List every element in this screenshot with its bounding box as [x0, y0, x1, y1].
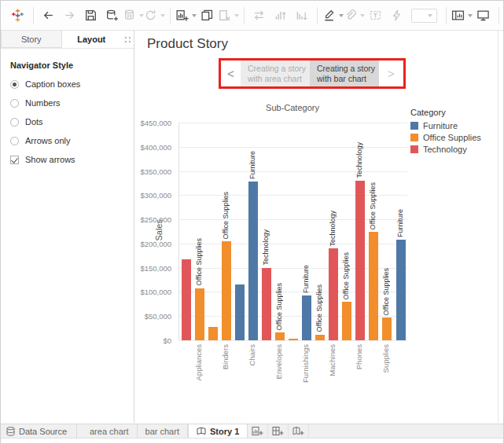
- clear-sheet-button: [219, 6, 238, 26]
- sheet-tab-bar-chart[interactable]: bar chart: [138, 424, 188, 438]
- bar-slot: Office Supplies: [193, 123, 206, 340]
- x-tick-label: Furnishings: [301, 344, 310, 383]
- next-story-point-button[interactable]: >: [379, 61, 403, 86]
- bar-slot: [179, 123, 193, 340]
- bar-mark[interactable]: [329, 248, 338, 340]
- radio-button[interactable]: [10, 137, 19, 145]
- presentation-icon: [476, 9, 490, 22]
- bar-mark[interactable]: [315, 335, 325, 340]
- sheet-tab-label: bar chart: [145, 427, 179, 436]
- bar-mark[interactable]: [369, 232, 378, 340]
- show-cards-icon: [451, 9, 465, 22]
- fit-select[interactable]: [411, 9, 438, 23]
- radio-label: Numbers: [25, 98, 61, 108]
- legend-label: Office Supplies: [423, 133, 481, 142]
- tab-layout[interactable]: Layout: [62, 31, 122, 48]
- toolbar: [1, 1, 503, 31]
- bar-label: Office Supplies: [275, 283, 283, 330]
- x-slot: [232, 342, 245, 394]
- chevron-down-icon: [234, 14, 239, 17]
- sheet-tab-story-1[interactable]: Story 1: [188, 424, 248, 438]
- story-title: Product Story: [147, 36, 228, 52]
- x-slot: Binders: [219, 342, 232, 394]
- bar-mark[interactable]: [182, 259, 191, 340]
- sheet-tab-label: area chart: [90, 427, 129, 436]
- x-slot: Phones: [353, 342, 366, 394]
- x-slot: [178, 342, 192, 394]
- swap-rows-columns-button: [249, 6, 269, 26]
- radio-label: Dots: [25, 117, 43, 127]
- bar-mark[interactable]: [195, 288, 204, 340]
- legend-item[interactable]: Office Supplies: [410, 133, 481, 142]
- x-slot: [286, 342, 300, 394]
- x-slot: Envelopes: [272, 342, 285, 394]
- radio-caption-boxes[interactable]: Caption boxes: [10, 79, 134, 89]
- freeze-axes-button: [387, 6, 407, 26]
- back-icon: [42, 9, 55, 22]
- new-story-tab-icon: [292, 426, 304, 436]
- bar-mark[interactable]: [208, 327, 218, 340]
- bar-mark[interactable]: [289, 339, 298, 340]
- bar-label: Office Supplies: [222, 192, 230, 239]
- paperclip-icon: [344, 9, 357, 22]
- show-arrows-checkbox-row[interactable]: Show arrows: [10, 155, 134, 164]
- show-hide-cards-button[interactable]: [452, 6, 472, 26]
- x-slot: [205, 342, 219, 394]
- radio-arrows-only[interactable]: Arrows only: [10, 136, 134, 145]
- pause-updates-icon: [123, 9, 136, 22]
- chart-title: Sub-Category: [234, 103, 351, 112]
- new-worksheet-tab-icon: [252, 426, 263, 436]
- undo-button[interactable]: [39, 6, 58, 26]
- bar-mark[interactable]: [396, 240, 406, 340]
- bar-mark[interactable]: [235, 284, 245, 340]
- panel-options-icon[interactable]: [121, 31, 134, 48]
- sheet-tab-area-chart[interactable]: area chart: [82, 424, 138, 438]
- statusbar: Data Source area chart bar chart Story 1: [1, 424, 503, 438]
- bar-label: Technology: [329, 211, 337, 247]
- legend-swatch: [410, 122, 418, 130]
- show-arrows-checkbox[interactable]: [10, 156, 19, 164]
- x-tick-label: Phones: [355, 344, 363, 369]
- bar-mark[interactable]: [355, 181, 365, 340]
- highlight-button[interactable]: [323, 6, 343, 26]
- legend-item[interactable]: Furniture: [410, 121, 481, 130]
- x-slot: [313, 342, 326, 394]
- bar-mark[interactable]: [275, 332, 285, 340]
- show-arrows-label: Show arrows: [25, 155, 75, 164]
- bar-mark[interactable]: [302, 295, 311, 340]
- bar-mark[interactable]: [222, 241, 231, 340]
- legend-label: Technology: [423, 145, 467, 154]
- bar-slot: Furniture: [300, 123, 314, 340]
- chevron-down-icon: [428, 14, 432, 17]
- presentation-mode-button[interactable]: [473, 6, 493, 26]
- bar-mark[interactable]: [248, 182, 258, 340]
- bar-mark[interactable]: [342, 302, 351, 340]
- duplicate-button[interactable]: [197, 6, 217, 26]
- bar-mark[interactable]: [382, 317, 392, 340]
- data-source-tab[interactable]: Data Source: [1, 424, 77, 438]
- story-caption-area-chart[interactable]: Creating a story with area chart: [241, 61, 310, 86]
- tab-story[interactable]: Story: [1, 31, 62, 48]
- new-story-tab-button[interactable]: [289, 424, 309, 438]
- new-worksheet-tab-button[interactable]: [248, 424, 268, 438]
- navigator-style-title: Navigator Style: [10, 61, 134, 70]
- sort-desc-icon: [295, 9, 308, 22]
- bar-label: Furniture: [396, 209, 404, 237]
- radio-numbers[interactable]: Numbers: [10, 98, 134, 108]
- new-data-source-button[interactable]: [102, 6, 122, 26]
- radio-button[interactable]: [10, 99, 19, 108]
- radio-dots[interactable]: Dots: [10, 117, 134, 127]
- bar-mark[interactable]: [262, 268, 271, 340]
- radio-button[interactable]: [10, 80, 19, 89]
- new-worksheet-button[interactable]: [176, 6, 196, 26]
- legend-item[interactable]: Technology: [410, 145, 481, 154]
- bar-slot: [233, 123, 246, 340]
- bar-slot: Technology: [327, 123, 340, 340]
- tableau-logo[interactable]: [8, 6, 28, 26]
- new-dashboard-tab-button[interactable]: [268, 424, 289, 438]
- new-dashboard-tab-icon: [272, 426, 284, 436]
- story-caption-bar-chart[interactable]: Creating a story with bar chart: [310, 61, 379, 86]
- radio-button[interactable]: [10, 118, 19, 127]
- save-button[interactable]: [81, 6, 101, 26]
- previous-story-point-button[interactable]: <: [221, 61, 241, 86]
